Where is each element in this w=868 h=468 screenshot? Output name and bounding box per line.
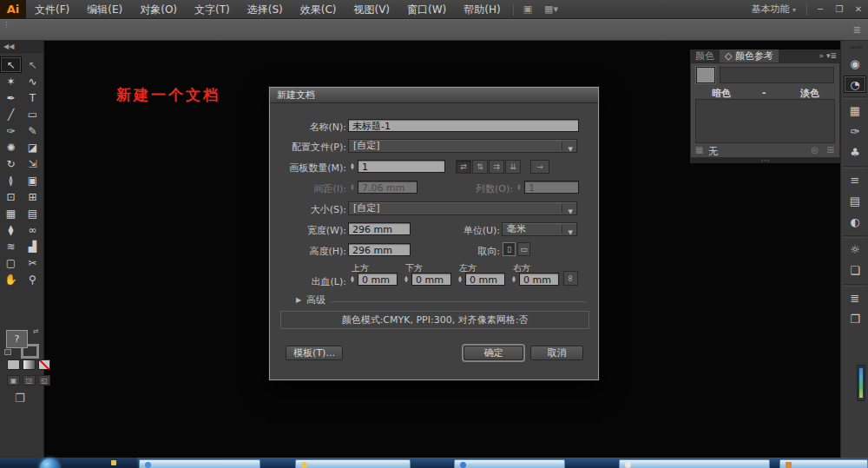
swap-fill-stroke-icon[interactable]: ⇄: [33, 327, 39, 335]
artboard-tool[interactable]: ▢: [0, 254, 22, 271]
menu-object[interactable]: 对象(O): [131, 0, 186, 19]
bleed-top-input[interactable]: 0 mm: [358, 273, 398, 286]
advanced-label[interactable]: 高级: [306, 293, 326, 307]
tools-collapse-button[interactable]: ◀◀: [0, 41, 43, 53]
dock-appearance-button[interactable]: ☼: [844, 241, 866, 258]
artboard-count-stepper[interactable]: [348, 160, 357, 173]
zoom-tool[interactable]: ⚲: [22, 271, 43, 287]
menu-effect[interactable]: 效果(C): [292, 0, 345, 19]
unit-dropdown[interactable]: 毫米: [502, 222, 577, 236]
gradient-button[interactable]: [23, 359, 36, 370]
rotate-tool[interactable]: ↻: [0, 155, 22, 172]
blend-tool[interactable]: ∞: [22, 221, 43, 238]
tab-color-guide[interactable]: ◇ 颜色参考: [720, 49, 779, 63]
scale-tool[interactable]: ⇲: [22, 155, 43, 172]
link-bleed-values-button[interactable]: ∞: [563, 271, 578, 286]
rectangle-tool[interactable]: ▭: [22, 106, 43, 122]
width-tool[interactable]: ≬: [0, 172, 22, 188]
menu-edit[interactable]: 编辑(E): [78, 0, 131, 19]
bleed-left-input[interactable]: 0 mm: [465, 273, 505, 286]
arrange-by-column-button[interactable]: ⇊: [505, 160, 521, 174]
minimize-button[interactable]: ─: [811, 0, 830, 19]
slice-tool[interactable]: ✂: [22, 254, 43, 271]
arrange-by-row-button[interactable]: ⇉: [489, 160, 504, 174]
taskbar-window-4[interactable]: [619, 459, 770, 468]
menu-help[interactable]: 帮助(H): [455, 0, 509, 19]
restore-button[interactable]: ❐: [830, 0, 849, 19]
base-color-swatch[interactable]: [696, 67, 715, 83]
portrait-button[interactable]: ▯: [503, 242, 516, 256]
taskbar-window-5[interactable]: [779, 459, 868, 468]
profile-dropdown[interactable]: [自定]: [348, 139, 577, 153]
pencil-tool[interactable]: ✎: [22, 122, 43, 139]
bleed-top-stepper[interactable]: [348, 273, 357, 286]
workspace-switcher[interactable]: 基本功能 ▾: [744, 3, 803, 16]
gradient-tool[interactable]: ▤: [22, 205, 43, 221]
bridge-icon[interactable]: ▣: [517, 3, 538, 15]
draw-normal-button[interactable]: ▣: [7, 375, 20, 386]
mesh-tool[interactable]: ▦: [0, 205, 22, 221]
dock-artboards-button[interactable]: ❐: [844, 310, 866, 327]
dock-swatches-button[interactable]: ▦: [844, 102, 866, 119]
menu-view[interactable]: 视图(V): [345, 0, 398, 19]
hand-tool[interactable]: ✋: [0, 271, 22, 287]
height-input[interactable]: 296 mm: [348, 243, 411, 256]
lasso-tool[interactable]: ∿: [22, 73, 43, 89]
save-color-group-icon[interactable]: ⊞: [827, 145, 834, 155]
dock-layers-button[interactable]: ≣: [844, 289, 866, 307]
layout-direction-button[interactable]: →: [530, 160, 549, 174]
bleed-right-stepper[interactable]: [510, 273, 518, 286]
dock-graphic-styles-button[interactable]: ❏: [844, 261, 866, 279]
landscape-button[interactable]: ▭: [517, 242, 530, 256]
draw-behind-button[interactable]: ◲: [23, 375, 36, 386]
perspective-grid-tool[interactable]: ⊞: [22, 188, 43, 205]
dialog-title-bar[interactable]: 新建文档: [270, 88, 598, 103]
shape-builder-tool[interactable]: ⊡: [0, 188, 22, 205]
bleed-right-input[interactable]: 0 mm: [519, 273, 559, 286]
direct-selection-tool[interactable]: ↖: [22, 56, 43, 73]
bleed-bottom-input[interactable]: 0 mm: [411, 273, 451, 286]
type-tool[interactable]: T: [22, 89, 43, 106]
column-graph-tool[interactable]: ▟: [22, 238, 43, 254]
edit-colors-icon[interactable]: ◎: [811, 145, 819, 155]
dock-color-button[interactable]: ◉: [844, 55, 866, 72]
collapse-panel-icon[interactable]: »: [819, 51, 825, 60]
color-button[interactable]: [7, 359, 20, 370]
limit-colors-icon[interactable]: ▦: [695, 145, 703, 155]
paintbrush-tool[interactable]: ✑: [0, 122, 22, 139]
blob-brush-tool[interactable]: ✺: [0, 139, 22, 155]
draw-inside-button[interactable]: ◱: [38, 375, 50, 386]
menu-window[interactable]: 窗口(W): [398, 0, 455, 19]
selection-tool[interactable]: ↖: [0, 56, 22, 73]
menu-type[interactable]: 文字(T): [186, 0, 239, 19]
name-input[interactable]: 未标题-1: [348, 119, 579, 132]
control-panel-menu-icon[interactable]: ≣: [853, 24, 861, 36]
taskbar-window-2[interactable]: [295, 459, 411, 468]
arrange-documents-icon[interactable]: ▦▾: [538, 3, 564, 15]
magic-wand-tool[interactable]: ✶: [0, 73, 22, 89]
dock-stroke-button[interactable]: ≡: [844, 171, 866, 188]
panel-menu-icon[interactable]: ▾≣: [826, 51, 837, 60]
free-transform-tool[interactable]: ▣: [22, 172, 43, 188]
size-dropdown[interactable]: [自定]: [348, 201, 577, 215]
dock-transparency-button[interactable]: ◐: [844, 213, 866, 230]
none-button[interactable]: [38, 359, 50, 370]
dock-brushes-button[interactable]: ✑: [844, 122, 866, 140]
template-button[interactable]: 模板(T)...: [286, 346, 343, 360]
bleed-left-stepper[interactable]: [456, 273, 464, 286]
dock-color-guide-button[interactable]: ◔: [844, 76, 866, 93]
bleed-bottom-stepper[interactable]: [402, 273, 411, 286]
eyedropper-tool[interactable]: ⧫: [0, 221, 22, 238]
panel-grip-icon[interactable]: ⋮: [3, 23, 10, 27]
eraser-tool[interactable]: ◪: [22, 139, 43, 155]
menu-select[interactable]: 选择(S): [239, 0, 292, 19]
advanced-expander-icon[interactable]: ▶: [296, 296, 301, 304]
screen-mode-button[interactable]: ❐: [15, 392, 25, 405]
close-button[interactable]: ✕: [849, 0, 868, 19]
pen-tool[interactable]: ✒: [0, 89, 22, 106]
symbol-sprayer-tool[interactable]: ≋: [0, 238, 22, 254]
artboard-count-input[interactable]: 1: [358, 160, 445, 173]
tab-color[interactable]: 颜色: [690, 49, 720, 63]
dock-symbols-button[interactable]: ♣: [844, 143, 866, 161]
width-input[interactable]: 296 mm: [348, 222, 411, 235]
